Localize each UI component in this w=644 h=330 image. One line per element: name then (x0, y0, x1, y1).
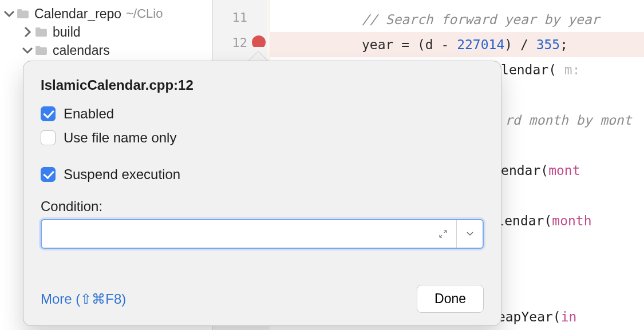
condition-label: Condition: (41, 198, 484, 214)
file-only-label: Use file name only (64, 130, 176, 146)
breakpoint-icon[interactable] (252, 35, 266, 49)
tree-item-build[interactable]: build (0, 23, 212, 41)
line-number[interactable]: 11 (213, 10, 247, 25)
popover-title: IslamicCalendar.cpp:12 (41, 77, 484, 93)
tree-item-label: calendars (53, 43, 110, 58)
chevron-down-icon[interactable] (22, 45, 33, 56)
checkbox-checked-icon[interactable] (41, 106, 56, 121)
breakpoint-popover: IslamicCalendar.cpp:12 Enabled Use file … (23, 61, 501, 326)
chevron-down-icon[interactable] (456, 220, 483, 248)
tree-item-calendars[interactable]: calendars (0, 41, 212, 59)
checkbox-checked-icon[interactable] (41, 167, 56, 182)
code-line: // Search forward year by year (270, 7, 644, 32)
tree-root-path: ~/CLio (126, 6, 163, 21)
folder-icon (34, 26, 48, 38)
tree-item-label: build (53, 25, 81, 40)
chevron-down-icon[interactable] (3, 8, 15, 19)
code-line-highlighted: year = (d - 227014) / 355; (270, 32, 644, 57)
condition-field[interactable] (41, 219, 484, 249)
more-link[interactable]: More (⇧⌘F8) (41, 291, 126, 307)
done-button[interactable]: Done (417, 285, 484, 313)
popover-footer: More (⇧⌘F8) Done (41, 270, 484, 313)
folder-icon (16, 8, 30, 19)
suspend-label: Suspend execution (64, 166, 180, 182)
code-comment: // Search forward year by year (362, 12, 599, 27)
enabled-label: Enabled (64, 106, 114, 122)
expand-icon[interactable] (430, 220, 456, 248)
folder-icon (34, 45, 48, 56)
tree-root-label: Calendar_repo (34, 6, 121, 22)
file-only-checkbox-row[interactable]: Use file name only (41, 130, 484, 146)
chevron-right-icon[interactable] (22, 26, 33, 38)
condition-input[interactable] (42, 220, 430, 248)
line-number[interactable]: 12 (213, 35, 247, 50)
enabled-checkbox-row[interactable]: Enabled (41, 106, 484, 122)
tree-root-row[interactable]: Calendar_repo ~/CLio (0, 5, 212, 23)
suspend-checkbox-row[interactable]: Suspend execution (41, 166, 484, 182)
checkbox-unchecked-icon[interactable] (41, 130, 56, 145)
